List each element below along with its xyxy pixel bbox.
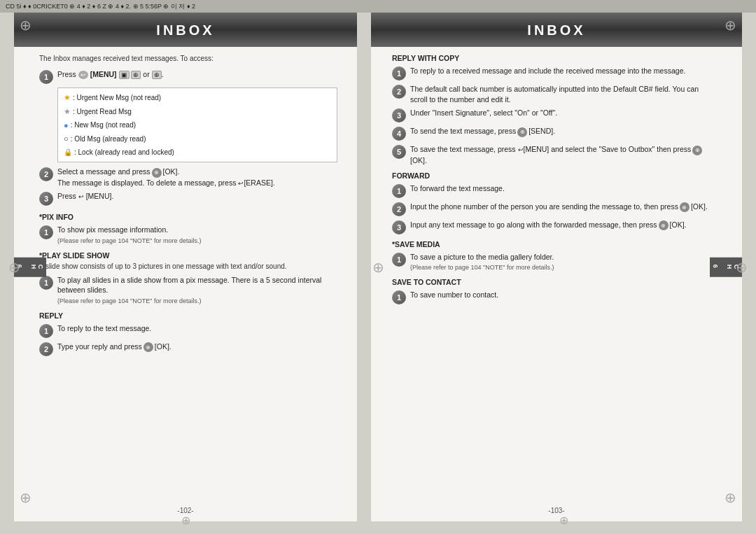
- rwc-step-3: 3 Under "Insert Signature", select "On" …: [392, 108, 717, 122]
- reply-step-2: 2 Type your reply and press⊕[OK].: [39, 342, 337, 356]
- forward-step-3: 3 Input any text message to go along wit…: [392, 220, 717, 234]
- save-media-step-1: 1 To save a picture to the media gallery…: [392, 252, 717, 272]
- rwc-step-4: 4 To send the text message, press⊕[SEND]…: [392, 126, 717, 141]
- pix-info-section: *PIX INFO 1 To show pix message informat…: [39, 213, 337, 245]
- left-step-3: 3 Press ↩ [MENU].: [39, 191, 337, 206]
- left-page-header: INBOX: [14, 13, 357, 47]
- play-slide-show-heading: *PLAY SLIDE SHOW: [39, 251, 337, 260]
- play-slide-show-intro: A slide show consists of up to 3 picture…: [39, 262, 337, 272]
- forward-step-2: 2 Input the phone number of the person y…: [392, 202, 717, 216]
- forward-step-1: 1 To forward the text message.: [392, 183, 717, 198]
- menu-item-lock: 🔒 : Lock (already read and locked): [64, 146, 331, 159]
- reply-step-1: 1 To reply to the text message.: [39, 323, 337, 338]
- rwc-step-1: 1 To reply to a received message and inc…: [392, 66, 717, 80]
- save-to-contact-heading: SAVE TO CONTACT: [392, 278, 717, 286]
- forward-heading: FORWARD: [392, 171, 717, 180]
- left-step-1: 1 Press ↩ [MENU] ▣ ⊕ or ⊕.: [39, 69, 337, 84]
- menu-item-urgent-new: ★ : Urgent New Msg (not read): [64, 91, 331, 105]
- save-to-contact-step-1: 1 To save number to contact.: [392, 290, 717, 304]
- menu-item-urgent-read: ★ : Urgent Read Msg: [64, 105, 331, 119]
- reply-heading: REPLY: [39, 311, 337, 320]
- right-page-header: INBOX: [371, 13, 742, 47]
- reply-section: REPLY 1 To reply to the text message. 2 …: [39, 311, 337, 356]
- reply-with-copy-section: REPLY WITH COPY 1 To reply to a received…: [392, 54, 717, 166]
- rwc-step-2: 2 The default call back number is automa…: [392, 84, 717, 104]
- save-media-section: *SAVE MEDIA 1 To save a picture to the m…: [392, 240, 717, 272]
- menu-item-new-msg: ● : New Msg (not read): [64, 119, 331, 133]
- pix-info-heading: *PIX INFO: [39, 213, 337, 221]
- play-slide-step-1: 1 To play all slides in a slide show fro…: [39, 275, 337, 306]
- menu-item-old-msg: ○ : Old Msg (already read): [64, 132, 331, 146]
- left-step-2: 2 Select a message and press⊕[OK]. The m…: [39, 167, 337, 188]
- save-media-heading: *SAVE MEDIA: [392, 240, 717, 248]
- status-text: CD 5i ♦ ♦ 0CRICKET0 ⊕ 4 ♦ 2 ♦ 6 Z ⊕ 4 ♦ …: [6, 2, 195, 11]
- menu-list-box: ★ : Urgent New Msg (not read) ★ : Urgent…: [57, 87, 337, 162]
- rwc-step-5: 5 To save the text message, press ↩[MENU…: [392, 144, 717, 165]
- play-slide-show-section: *PLAY SLIDE SHOW A slide show consists o…: [39, 251, 337, 306]
- reply-with-copy-heading: REPLY WITH COPY: [392, 54, 717, 62]
- pix-info-step-1: 1 To show pix message information. (Plea…: [39, 225, 337, 245]
- status-bar: CD 5i ♦ ♦ 0CRICKET0 ⊕ 4 ♦ 2 ♦ 6 Z ⊕ 4 ♦ …: [0, 0, 756, 13]
- forward-section: FORWARD 1 To forward the text message. 2…: [392, 171, 717, 234]
- save-to-contact-section: SAVE TO CONTACT 1 To save number to cont…: [392, 278, 717, 304]
- left-intro: The Inbox manages received text messages…: [39, 54, 337, 64]
